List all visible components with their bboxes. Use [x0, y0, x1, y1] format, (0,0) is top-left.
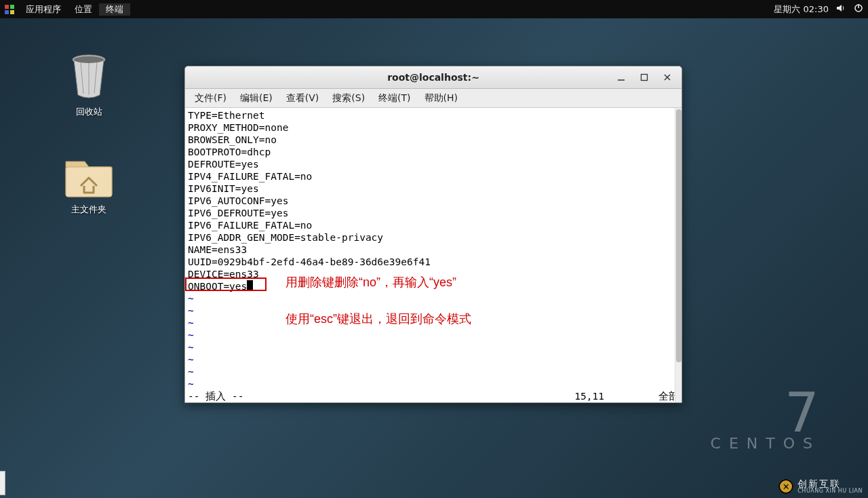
file-line: IPV6INIT=yes [188, 183, 259, 194]
desktop-icon-label: 主文件夹 [52, 204, 126, 216]
desktop-icon-trash[interactable]: 回收站 [52, 53, 126, 118]
terminal-menubar: 文件(F) 编辑(E) 查看(V) 搜索(S) 终端(T) 帮助(H) [185, 89, 682, 108]
menu-terminal[interactable]: 终端(T) [372, 92, 417, 104]
tilde-line: ~ [188, 354, 194, 365]
annotation-highlight-box [185, 277, 267, 291]
svg-rect-2 [5, 10, 9, 14]
file-line: TYPE=Ethernet [188, 110, 265, 121]
vim-cursor-pos: 15,11 [574, 390, 604, 402]
svg-rect-3 [10, 10, 14, 14]
vim-mode: -- 插入 -- [188, 390, 243, 402]
annotation-text-2: 使用“esc”键退出，退回到命令模式 [285, 313, 471, 325]
centos-branding: 7 CENTOS [711, 391, 821, 452]
file-line: IPV6_FAILURE_FATAL=no [188, 220, 312, 231]
file-line: PROXY_METHOD=none [188, 122, 288, 133]
watermark: ✕ 创新互联 CHUANG XIN HU LIAN [778, 479, 863, 494]
desktop-icon-home[interactable]: 主文件夹 [52, 151, 126, 216]
minimize-button[interactable] [610, 69, 633, 86]
svg-rect-0 [5, 5, 9, 9]
terminal-scrollbar[interactable] [675, 108, 682, 402]
file-line: NAME=ens33 [188, 244, 247, 255]
menu-file[interactable]: 文件(F) [188, 92, 233, 104]
tilde-line: ~ [188, 366, 194, 377]
file-line: UUID=0929b4bf-2efd-46a4-be89-36d6e39e6f4… [188, 256, 431, 267]
tilde-line: ~ [188, 293, 194, 304]
menu-search[interactable]: 搜索(S) [326, 92, 372, 104]
menu-applications[interactable]: 应用程序 [19, 3, 68, 16]
gnome-activities-icon[interactable] [4, 4, 15, 15]
clock[interactable]: 星期六 02:30 [774, 3, 829, 16]
menu-help[interactable]: 帮助(H) [418, 92, 465, 104]
menu-edit[interactable]: 编辑(E) [233, 92, 279, 104]
file-line: DEFROUTE=yes [188, 159, 259, 170]
svg-rect-13 [642, 75, 648, 81]
menu-places[interactable]: 位置 [68, 3, 99, 16]
file-line: IPV6_ADDR_GEN_MODE=stable-privacy [188, 232, 383, 243]
home-folder-icon [52, 151, 126, 199]
maximize-button[interactable] [633, 69, 656, 86]
taskbar-handle[interactable] [0, 471, 5, 495]
annotation-text-1: 用删除键删除“no”，再输入“yes” [285, 276, 456, 288]
close-button[interactable] [656, 69, 679, 86]
tilde-line: ~ [188, 318, 194, 328]
power-icon[interactable] [853, 3, 864, 16]
watermark-logo-icon: ✕ [778, 479, 793, 494]
file-line: BOOTPROTO=dhcp [188, 147, 271, 157]
desktop-icon-label: 回收站 [52, 106, 126, 118]
trash-icon [52, 53, 126, 102]
svg-point-10 [74, 56, 104, 63]
svg-rect-1 [10, 5, 14, 9]
tilde-line: ~ [188, 330, 194, 341]
tilde-line: ~ [188, 342, 194, 353]
centos-name: CENTOS [711, 435, 821, 452]
file-line: BROWSER_ONLY=no [188, 134, 277, 145]
menu-terminal[interactable]: 终端 [99, 3, 130, 16]
terminal-content[interactable]: TYPE=Ethernet PROXY_METHOD=none BROWSER_… [185, 108, 682, 402]
window-title: root@localhost:~ [387, 72, 479, 83]
sound-icon[interactable] [835, 3, 846, 16]
centos-version: 7 [711, 391, 821, 435]
file-line: IPV4_FAILURE_FATAL=no [188, 171, 312, 182]
terminal-window: root@localhost:~ 文件(F) 编辑(E) 查看(V) 搜索(S)… [184, 66, 682, 403]
menu-view[interactable]: 查看(V) [279, 92, 326, 104]
file-line: IPV6_DEFROUTE=yes [188, 208, 288, 218]
tilde-line: ~ [188, 379, 194, 389]
watermark-text-en: CHUANG XIN HU LIAN [797, 489, 863, 494]
top-panel: 应用程序 位置 终端 星期六 02:30 [0, 0, 868, 18]
tilde-line: ~ [188, 305, 194, 316]
file-line: IPV6_AUTOCONF=yes [188, 195, 288, 206]
vim-status-line: -- 插入 --15,11全部 [188, 390, 679, 402]
watermark-text-cn: 创新互联 [797, 479, 863, 489]
window-titlebar[interactable]: root@localhost:~ [185, 66, 682, 89]
